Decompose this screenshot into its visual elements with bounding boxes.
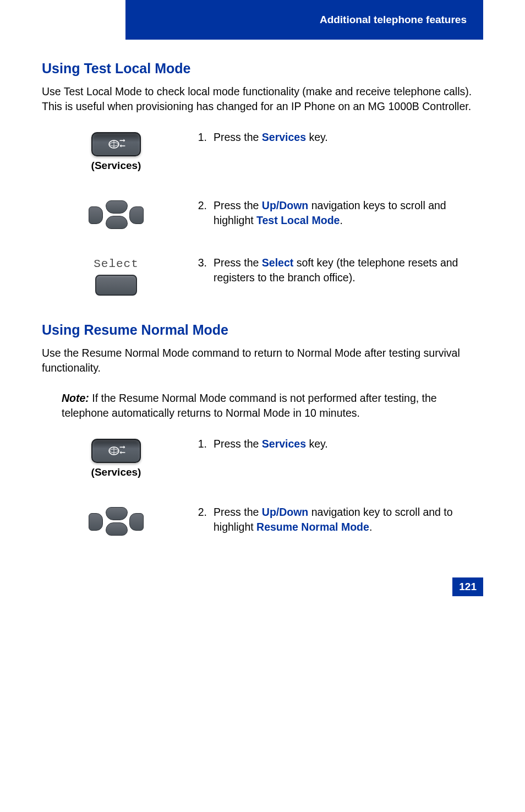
step-body: Press the Select soft key (the telephone… [214, 255, 483, 286]
nav-up-icon [106, 507, 128, 520]
nav-left-icon [89, 206, 103, 224]
section2-step2-text: 2. Press the Up/Down navigation key to s… [190, 505, 483, 535]
section2-title: Using Resume Normal Mode [42, 322, 483, 338]
nav-down-icon [106, 216, 128, 229]
services-key-icon [91, 132, 141, 156]
page-header: Additional telephone features [0, 0, 525, 44]
step-number: 2. [190, 505, 214, 535]
step-number: 2. [190, 198, 214, 228]
section1-step3-text: 3. Press the Select soft key (the teleph… [190, 255, 483, 286]
section2-step1-text: 1. Press the Services key. [190, 437, 483, 451]
nav-right-icon [129, 513, 144, 531]
services-key-icon [91, 439, 141, 463]
step-body: Press the Up/Down navigation key to scro… [214, 505, 483, 535]
step-body: Press the Services key. [214, 437, 483, 451]
nav-down-icon [106, 522, 128, 536]
select-softkey-figure: Select [42, 255, 190, 296]
step-body: Press the Services key. [214, 130, 483, 145]
header-banner: Additional telephone features [125, 0, 483, 40]
section1-intro: Use Test Local Mode to check local mode … [42, 84, 483, 115]
soft-key-icon [95, 275, 137, 296]
step-number: 3. [190, 255, 214, 286]
nav-left-icon [89, 513, 103, 531]
step-body: Press the Up/Down navigation keys to scr… [214, 198, 483, 228]
services-key-figure: (Services) [42, 130, 190, 172]
keyword-resume-normal-mode: Resume Normal Mode [256, 521, 369, 533]
keyword-services: Services [262, 131, 306, 143]
step-number: 1. [190, 130, 214, 145]
page-number: 121 [452, 577, 483, 596]
step-number: 1. [190, 437, 214, 451]
keyword-updown: Up/Down [262, 506, 308, 518]
nav-cluster-icon [89, 200, 144, 229]
section1-step2-text: 2. Press the Up/Down navigation keys to … [190, 198, 483, 228]
section2-step1-row: (Services) 1. Press the Services key. [42, 437, 483, 478]
services-key-figure: (Services) [42, 437, 190, 478]
section1-step3-row: Select 3. Press the Select soft key (the… [42, 255, 483, 296]
globe-arrows-icon [105, 445, 127, 457]
section1-step2-row: 2. Press the Up/Down navigation keys to … [42, 198, 483, 229]
services-key-label: (Services) [91, 466, 141, 478]
nav-keys-figure [42, 198, 190, 229]
note-label: Note: [62, 392, 89, 404]
nav-up-icon [106, 200, 128, 214]
globe-arrows-icon [105, 138, 127, 150]
keyword-updown: Up/Down [262, 199, 308, 211]
keyword-test-local-mode: Test Local Mode [256, 214, 340, 226]
section2-step2-row: 2. Press the Up/Down navigation key to s… [42, 505, 483, 536]
note-text: If the Resume Normal Mode command is not… [62, 392, 437, 419]
note-block: Note: If the Resume Normal Mode command … [42, 391, 483, 437]
header-title: Additional telephone features [320, 14, 467, 26]
section1-step1-text: 1. Press the Services key. [190, 130, 483, 145]
nav-keys-figure [42, 505, 190, 536]
services-key-label: (Services) [91, 160, 141, 172]
nav-right-icon [129, 206, 144, 224]
section1-step1-row: (Services) 1. Press the Services key. [42, 130, 483, 172]
page-footer: 121 [0, 569, 525, 613]
select-screen-label: Select [94, 258, 139, 270]
page-content: Using Test Local Mode Use Test Local Mod… [0, 61, 525, 536]
keyword-select: Select [262, 257, 293, 269]
keyword-services: Services [262, 438, 306, 450]
section2-intro: Use the Resume Normal Mode command to re… [42, 346, 483, 376]
section1-title: Using Test Local Mode [42, 61, 483, 77]
nav-cluster-icon [89, 507, 144, 536]
